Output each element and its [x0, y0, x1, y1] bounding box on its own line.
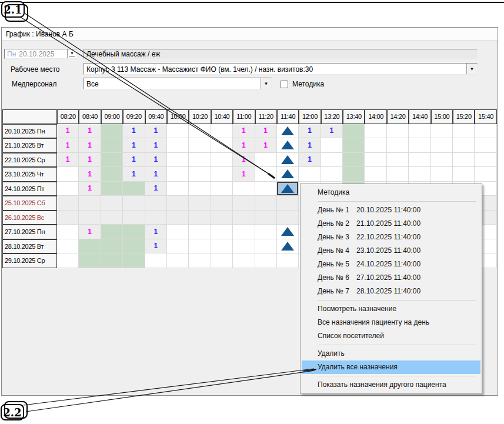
- menu-item-day-1[interactable]: День № 120.10.2025 11:40:00: [302, 203, 480, 217]
- slot-cell[interactable]: 1: [145, 182, 167, 196]
- slot-cell[interactable]: [189, 253, 211, 268]
- slot-cell[interactable]: [189, 167, 211, 182]
- menu-item-view-appointment[interactable]: Посмотреть назначение: [302, 302, 480, 316]
- menu-item-day-2[interactable]: День № 221.10.2025 11:40:00: [302, 217, 480, 231]
- slot-cell[interactable]: [101, 225, 123, 239]
- slot-cell[interactable]: [167, 167, 189, 182]
- slot-cell[interactable]: [101, 239, 123, 254]
- slot-cell[interactable]: 1: [57, 138, 79, 153]
- slot-cell[interactable]: [101, 167, 123, 182]
- slot-cell[interactable]: [387, 167, 409, 182]
- slot-cell[interactable]: [57, 239, 79, 254]
- slot-cell[interactable]: [189, 182, 211, 196]
- slot-cell[interactable]: [57, 225, 79, 239]
- slot-cell[interactable]: 1: [233, 124, 255, 139]
- slot-cell[interactable]: [299, 167, 321, 182]
- slot-cell[interactable]: 1: [145, 167, 167, 182]
- slot-cell[interactable]: [233, 182, 255, 196]
- slot-cell[interactable]: [101, 153, 123, 168]
- slot-cell[interactable]: 1: [145, 225, 167, 239]
- slot-cell[interactable]: [475, 124, 496, 139]
- slot-cell[interactable]: 1: [57, 153, 79, 168]
- slot-cell[interactable]: [211, 225, 233, 239]
- slot-cell[interactable]: [123, 196, 145, 211]
- slot-cell[interactable]: [79, 196, 101, 211]
- slot-cell[interactable]: [101, 124, 123, 139]
- slot-cell[interactable]: [475, 153, 496, 168]
- methodika-checkbox[interactable]: [281, 81, 288, 88]
- slot-cell[interactable]: [475, 167, 496, 182]
- slot-cell[interactable]: [211, 196, 233, 211]
- slot-cell[interactable]: [167, 253, 189, 268]
- menu-item-day-5[interactable]: День № 524.10.2025 11:40:00: [302, 258, 480, 271]
- slot-cell[interactable]: [431, 167, 453, 182]
- slot-cell[interactable]: [409, 167, 430, 182]
- slot-cell[interactable]: 1: [123, 138, 145, 153]
- slot-cell[interactable]: [277, 225, 299, 239]
- slot-cell[interactable]: [123, 239, 145, 254]
- menu-item-visitor-list[interactable]: Список посетителей: [302, 329, 480, 343]
- slot-cell[interactable]: [101, 182, 123, 196]
- slot-cell[interactable]: [453, 153, 475, 168]
- slot-cell[interactable]: 1: [299, 138, 321, 153]
- slot-cell[interactable]: 1: [145, 153, 167, 168]
- menu-item-show-other-patient[interactable]: Показать назначения другого пациента: [302, 378, 480, 392]
- slot-cell[interactable]: [211, 211, 233, 225]
- slot-cell[interactable]: 1: [145, 138, 167, 153]
- slot-cell[interactable]: 1: [145, 124, 167, 139]
- slot-cell[interactable]: [57, 196, 79, 211]
- slot-cell[interactable]: [211, 167, 233, 182]
- slot-cell[interactable]: [189, 211, 211, 225]
- slot-cell[interactable]: [277, 239, 299, 254]
- slot-cell[interactable]: [189, 225, 211, 239]
- slot-cell[interactable]: 1: [79, 138, 101, 153]
- slot-cell[interactable]: [145, 196, 167, 211]
- slot-cell[interactable]: [255, 182, 277, 196]
- slot-cell[interactable]: [101, 253, 123, 268]
- slot-cell[interactable]: [123, 253, 145, 268]
- menu-item-all-appointments-day[interactable]: Все назначения пациенту на день: [302, 316, 480, 329]
- slot-cell[interactable]: [167, 225, 189, 239]
- slot-cell[interactable]: [233, 239, 255, 254]
- staff-combobox[interactable]: Все ▼: [84, 78, 272, 89]
- slot-cell[interactable]: [255, 239, 277, 254]
- slot-cell[interactable]: [409, 153, 430, 168]
- slot-cell[interactable]: 1: [233, 167, 255, 182]
- slot-cell[interactable]: [277, 196, 299, 211]
- menu-item-day-7[interactable]: День № 728.10.2025 11:40:00: [302, 285, 480, 298]
- slot-cell[interactable]: 1: [233, 153, 255, 168]
- slot-cell[interactable]: 1: [233, 138, 255, 153]
- slot-cell[interactable]: [167, 182, 189, 196]
- slot-cell[interactable]: [189, 196, 211, 211]
- slot-cell[interactable]: [101, 211, 123, 225]
- dropdown-arrow-icon[interactable]: ▼: [261, 78, 271, 89]
- slot-cell[interactable]: [321, 138, 343, 153]
- slot-cell[interactable]: [167, 138, 189, 153]
- slot-cell[interactable]: [57, 182, 79, 196]
- slot-cell[interactable]: [123, 182, 145, 196]
- slot-cell[interactable]: [211, 153, 233, 168]
- slot-cell[interactable]: [277, 211, 299, 225]
- slot-cell[interactable]: [365, 153, 386, 168]
- slot-cell[interactable]: [321, 153, 343, 168]
- slot-cell[interactable]: [431, 124, 453, 139]
- selected-slot-cell[interactable]: [277, 182, 299, 196]
- slot-cell[interactable]: [343, 153, 365, 168]
- slot-cell[interactable]: [343, 138, 365, 153]
- slot-cell[interactable]: 1: [79, 167, 101, 182]
- slot-cell[interactable]: [145, 253, 167, 268]
- slot-cell[interactable]: 1: [321, 124, 343, 139]
- slot-cell[interactable]: [101, 196, 123, 211]
- menu-item-day-3[interactable]: День № 322.10.2025 11:40:00: [302, 231, 480, 244]
- slot-cell[interactable]: [233, 253, 255, 268]
- date-combobox[interactable]: Пн20.10.2025 ▼: [4, 49, 77, 59]
- slot-cell[interactable]: 1: [57, 124, 79, 139]
- slot-cell[interactable]: [211, 124, 233, 139]
- slot-cell[interactable]: [255, 196, 277, 211]
- slot-cell[interactable]: [79, 211, 101, 225]
- slot-cell[interactable]: [211, 182, 233, 196]
- slot-cell[interactable]: [255, 253, 277, 268]
- slot-cell[interactable]: [431, 138, 453, 153]
- slot-cell[interactable]: [123, 211, 145, 225]
- slot-cell[interactable]: [475, 138, 496, 153]
